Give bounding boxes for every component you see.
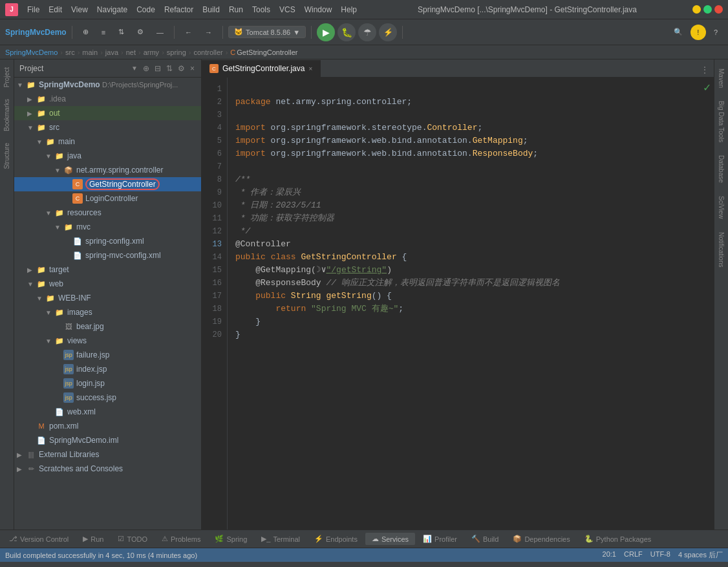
bottom-tab-endpoints[interactable]: ⚡ Endpoints: [308, 533, 364, 545]
bottom-tab-versioncontrol[interactable]: ⎇ Version Control: [3, 533, 75, 545]
menu-view[interactable]: View: [67, 4, 92, 16]
breadcrumb-net[interactable]: net: [126, 48, 136, 56]
right-icon-sciview[interactable]: SciView: [716, 189, 726, 225]
project-panel-icon-close[interactable]: ×: [189, 63, 196, 74]
bottom-tab-profiler[interactable]: 📊 Profiler: [416, 533, 464, 545]
breadcrumb-controller[interactable]: controller: [193, 48, 222, 56]
bottom-tab-dependencies[interactable]: 📦 Dependencies: [506, 533, 576, 545]
toolbar-btn-2[interactable]: ≡: [96, 27, 111, 38]
bottom-tab-problems[interactable]: ⚠ Problems: [155, 533, 207, 545]
tree-item-target[interactable]: ▶ 📁 target: [14, 262, 201, 277]
tree-item-getstringcontroller[interactable]: C GetStringController: [14, 177, 201, 191]
debug-button[interactable]: 🐛: [337, 23, 356, 41]
tree-item-failurejsp[interactable]: jsp failure.jsp: [14, 348, 201, 362]
project-name[interactable]: SpringMvcDemo: [5, 28, 67, 37]
tree-item-java[interactable]: ▼ 📁 java: [14, 149, 201, 163]
project-panel-icon-sync[interactable]: ⇅: [165, 63, 174, 74]
tree-item-indexjsp[interactable]: jsp index.jsp: [14, 362, 201, 376]
menu-edit[interactable]: Edit: [45, 4, 66, 16]
tree-item-scratches[interactable]: ▶ ✏ Scratches and Consoles: [14, 462, 201, 476]
toolbar-settings[interactable]: ⚙: [132, 26, 149, 38]
bottom-tab-run[interactable]: ▶ Run: [76, 533, 110, 545]
breadcrumb-spring[interactable]: spring: [167, 48, 186, 56]
tree-item-idea[interactable]: ▶ 📁 .idea: [14, 92, 201, 106]
bottom-tab-terminal[interactable]: ▶_ Terminal: [255, 533, 306, 545]
left-icon-project[interactable]: Project: [2, 62, 12, 92]
tree-item-logincontroller[interactable]: C LoginController: [14, 191, 201, 206]
search-everywhere-btn[interactable]: 🔍: [669, 26, 688, 38]
right-icon-maven[interactable]: Maven: [716, 62, 726, 94]
left-icon-bookmarks[interactable]: Bookmarks: [2, 94, 12, 136]
tree-item-images[interactable]: ▼ 📁 images: [14, 305, 201, 319]
toolbar-back[interactable]: ←: [180, 27, 197, 38]
breadcrumb-main[interactable]: main: [82, 48, 98, 56]
tree-item-webinf[interactable]: ▼ 📁 WEB-INF: [14, 291, 201, 305]
menu-run[interactable]: Run: [225, 4, 247, 16]
run-button[interactable]: ▶: [317, 23, 335, 41]
bottom-tab-spring[interactable]: 🌿 Spring: [208, 533, 253, 545]
notification-btn[interactable]: !: [691, 25, 706, 40]
project-panel-icon-settings[interactable]: ⚙: [177, 63, 186, 74]
code-editor[interactable]: ✓ 1 2 3 4 5 6 7 8 9 10 11 12 13 14 15 16…: [202, 78, 714, 530]
right-icon-bigdata[interactable]: Big Data Tools: [716, 94, 726, 149]
menu-vcs[interactable]: VCS: [275, 4, 299, 16]
tree-item-views[interactable]: ▼ 📁 views: [14, 334, 201, 348]
project-panel-dropdown[interactable]: ▼: [131, 65, 138, 72]
tree-item-mvc[interactable]: ▼ 📁 mvc: [14, 220, 201, 234]
help-btn[interactable]: ?: [709, 27, 723, 38]
tree-item-package[interactable]: ▼ 📦 net.army.spring.controller: [14, 163, 201, 177]
left-icon-structure[interactable]: Structure: [2, 138, 12, 175]
close-btn[interactable]: [714, 5, 723, 14]
tree-item-resources[interactable]: ▼ 📁 resources: [14, 206, 201, 220]
tree-item-iml[interactable]: 📄 SpringMvcDemo.iml: [14, 433, 201, 447]
menu-navigate[interactable]: Navigate: [93, 4, 131, 16]
menu-refactor[interactable]: Refactor: [160, 4, 197, 16]
breadcrumb-army[interactable]: army: [144, 48, 159, 56]
coverage-button[interactable]: ☂: [358, 23, 376, 41]
right-icon-database[interactable]: Database: [716, 149, 726, 189]
toolbar-btn-1[interactable]: ⊕: [78, 26, 94, 38]
tree-item-webxml[interactable]: 📄 web.xml: [14, 405, 201, 419]
run-config-selector[interactable]: 🐱 Tomcat 8.5.86 ▼: [228, 26, 306, 38]
bottom-tab-build[interactable]: 🔨 Build: [465, 533, 505, 545]
breadcrumb-classname[interactable]: GetStringController: [237, 48, 297, 56]
tree-item-spring-mvc-config[interactable]: 📄 spring-mvc-config.xml: [14, 248, 201, 262]
bottom-tab-python[interactable]: 🐍 Python Packages: [578, 533, 658, 545]
tab-close-btn[interactable]: ×: [308, 65, 312, 72]
bottom-tab-todo[interactable]: ☑ TODO: [111, 533, 154, 545]
project-panel-icon-add[interactable]: ⊕: [142, 63, 151, 74]
menu-file[interactable]: File: [23, 4, 43, 16]
tree-item-bearjpg[interactable]: 🖼 bear.jpg: [14, 319, 201, 334]
tab-overflow-btn[interactable]: ⋮: [696, 63, 714, 77]
right-icon-notifications[interactable]: Notifications: [716, 226, 726, 273]
toolbar-forward[interactable]: →: [200, 27, 217, 38]
breadcrumb-src[interactable]: src: [65, 48, 75, 56]
status-line-ending[interactable]: CRLF: [624, 550, 643, 560]
menu-help[interactable]: Help: [337, 4, 361, 16]
tree-item-spring-config[interactable]: 📄 spring-config.xml: [14, 234, 201, 248]
editor-tab-getstringcontroller[interactable]: C GetStringController.java ×: [202, 60, 321, 77]
status-position[interactable]: 20:1: [603, 550, 616, 560]
maximize-btn[interactable]: [703, 5, 712, 14]
status-encoding[interactable]: UTF-8: [650, 550, 670, 560]
menu-build[interactable]: Build: [198, 4, 224, 16]
profile-button[interactable]: ⚡: [379, 23, 397, 41]
tree-item-out[interactable]: ▶ 📁 out: [14, 106, 201, 120]
tree-item-successjsp[interactable]: jsp success.jsp: [14, 390, 201, 405]
window-controls[interactable]: [692, 5, 723, 14]
status-indent[interactable]: 4 spaces 后厂: [678, 550, 723, 560]
breadcrumb-springmvcdemo[interactable]: SpringMvcDemo: [5, 48, 58, 56]
tree-item-main[interactable]: ▼ 📁 main: [14, 134, 201, 149]
minimize-btn[interactable]: [692, 5, 701, 14]
code-content[interactable]: package net.army.spring.controller; impo…: [228, 78, 714, 530]
menu-window[interactable]: Window: [301, 4, 336, 16]
menu-code[interactable]: Code: [133, 4, 159, 16]
breadcrumb-java[interactable]: java: [105, 48, 118, 56]
tree-item-pomxml[interactable]: M pom.xml: [14, 419, 201, 433]
tree-item-root[interactable]: ▼ 📁 SpringMvcDemo D:\Projects\SpringProj…: [14, 78, 201, 92]
toolbar-close[interactable]: —: [151, 27, 169, 38]
project-panel-icon-collapse[interactable]: ⊟: [153, 63, 162, 74]
menu-tools[interactable]: Tools: [248, 4, 274, 16]
bottom-tab-services[interactable]: ☁ Services: [365, 533, 415, 545]
tree-item-external-libs[interactable]: ▶ ||| External Libraries: [14, 447, 201, 462]
